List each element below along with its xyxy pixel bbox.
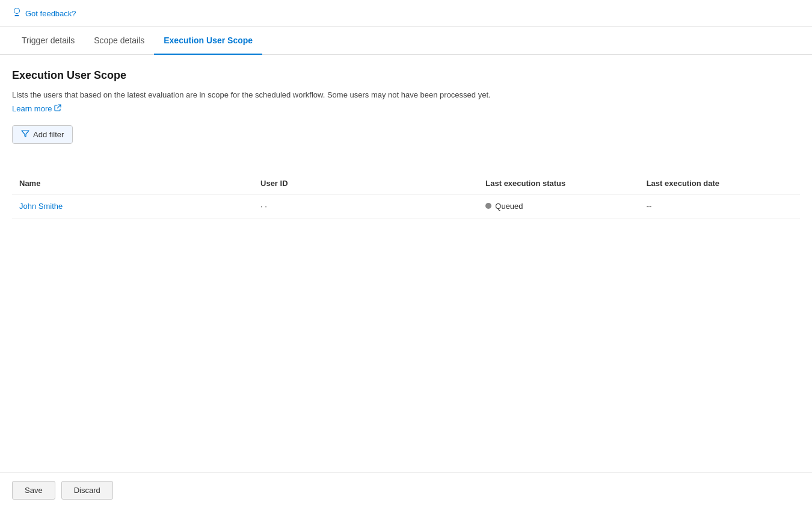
column-header-date: Last execution date [639, 173, 800, 194]
cell-status: Queued [478, 194, 639, 218]
user-scope-table: Name User ID Last execution status Last … [12, 173, 800, 219]
footer: Save Discard [0, 472, 812, 508]
learn-more-link[interactable]: Learn more [12, 104, 61, 113]
cell-user-id: · · [253, 194, 478, 218]
feedback-link[interactable]: Got feedback? [25, 9, 76, 18]
feedback-icon [12, 7, 22, 19]
filter-icon [21, 129, 29, 140]
main-content: Execution User Scope Lists the users tha… [0, 55, 812, 472]
tab-execution-user-scope[interactable]: Execution User Scope [154, 27, 262, 55]
tab-trigger-details[interactable]: Trigger details [12, 27, 84, 55]
page-title: Execution User Scope [12, 69, 800, 82]
column-header-status: Last execution status [478, 173, 639, 194]
description-text: Lists the users that based on the latest… [12, 89, 800, 101]
user-name-link[interactable]: John Smithe [19, 202, 63, 211]
status-label: Queued [495, 202, 523, 211]
external-link-icon [54, 104, 61, 113]
tab-scope-details[interactable]: Scope details [84, 27, 154, 55]
column-header-user-id: User ID [253, 173, 478, 194]
table-header-row: Name User ID Last execution status Last … [12, 173, 800, 194]
tab-navigation: Trigger details Scope details Execution … [0, 27, 812, 55]
learn-more-label: Learn more [12, 104, 52, 113]
column-header-name: Name [12, 173, 253, 194]
status-dot-icon [485, 203, 491, 209]
cell-date: -- [639, 194, 800, 218]
add-filter-button[interactable]: Add filter [12, 125, 73, 144]
discard-button[interactable]: Discard [61, 481, 113, 500]
feedback-bar: Got feedback? [0, 0, 812, 27]
add-filter-label: Add filter [33, 130, 64, 139]
cell-name: John Smithe [12, 194, 253, 218]
save-button[interactable]: Save [12, 481, 55, 500]
table-row: John Smithe · · Queued -- [12, 194, 800, 218]
status-badge: Queued [485, 202, 523, 211]
